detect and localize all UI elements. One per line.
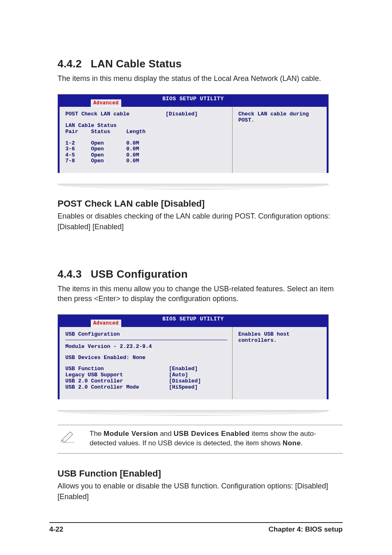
section-intro: The items in this menu display the statu… [58,74,343,83]
bios-title-bar: BIOS SETUP UTILITY Advanced [58,94,328,107]
page-footer: 4-22 Chapter 4: BIOS setup [49,522,343,534]
section-number: 4.4.2 [58,58,82,70]
section-title: USB Configuration [91,268,188,280]
usb-row-value: [Disabled] [169,378,201,384]
bios-tab-advanced: Advanced [91,99,121,107]
bios-item-value: [Disabled] [166,111,198,117]
subsection-body: Enables or disables checking of the LAN … [58,211,343,232]
subsection-body: Allows you to enable or disable the USB … [58,481,343,502]
usb-module-version: Module Version - 2.23.2-9.4 [65,343,152,350]
usb-row-label: USB 2.0 Controller Mode [65,384,139,390]
note-text: The Module Version and USB Devices Enabl… [90,429,341,448]
bios-tab-advanced: Advanced [91,320,121,327]
usb-row-label: USB 2.0 Controller [65,378,123,384]
section-number: 4.4.3 [58,268,82,280]
bios-help-text: Check LAN cable during POST. [238,111,309,123]
bios-item-label: POST Check LAN cable [65,111,129,117]
chapter-label: Chapter 4: BIOS setup [269,525,343,534]
section-heading: 4.4.3USB Configuration [58,268,343,281]
section-heading: 4.4.2LAN Cable Status [58,58,343,70]
usb-config-title: USB Configuration [65,331,120,337]
usb-row-label: Legacy USB Support [65,372,123,378]
note-callout: The Module Version and USB Devices Enabl… [58,425,343,454]
section-title: LAN Cable Status [91,58,182,70]
usb-devices-enabled: USB Devices Enabled: None [65,355,145,361]
section-intro: The items in this menu allow you to chan… [58,284,343,304]
usb-row-value: [Enabled] [169,366,198,372]
bios-utility-title: BIOS SETUP UTILITY [162,96,224,102]
bios-help-text: Enables USB host controllers. [238,331,290,343]
usb-row-value: [HiSpeed] [169,384,198,390]
usb-row-label: USB Function [65,366,104,372]
bios-screenshot-lan: BIOS SETUP UTILITY Advanced POST Check L… [58,94,329,173]
bios-title-bar: BIOS SETUP UTILITY Advanced [58,315,328,327]
lan-cable-table: LAN Cable Status Pair Status Length 1-2 … [65,123,227,164]
bios-screenshot-usb: BIOS SETUP UTILITY Advanced USB Configur… [58,314,329,399]
subsection-heading: POST Check LAN cable [Disabled] [58,198,343,209]
subsection-heading: USB Function [Enabled] [58,468,343,479]
usb-row-value: [Auto] [169,372,188,378]
bios-utility-title: BIOS SETUP UTILITY [162,316,224,322]
page-number: 4-22 [49,525,63,534]
pencil-icon [59,429,76,443]
